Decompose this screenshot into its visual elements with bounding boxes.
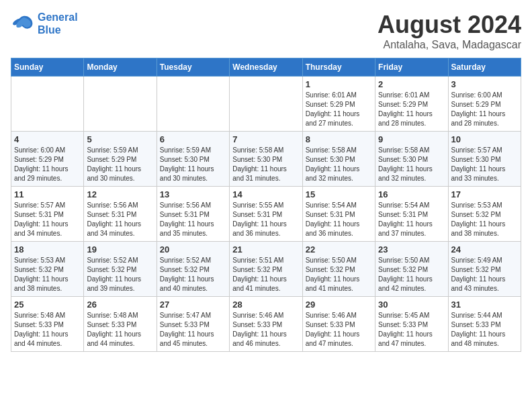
col-saturday: Saturday — [448, 58, 521, 77]
calendar-cell: 18Sunrise: 5:53 AMSunset: 5:32 PMDayligh… — [11, 242, 84, 297]
day-number: 6 — [160, 134, 226, 144]
calendar-week-row: 4Sunrise: 6:00 AMSunset: 5:29 PMDaylight… — [11, 132, 521, 187]
calendar-cell: 12Sunrise: 5:56 AMSunset: 5:31 PMDayligh… — [84, 187, 157, 242]
day-number: 10 — [451, 134, 518, 144]
day-info: Sunrise: 6:01 AMSunset: 5:29 PMDaylight:… — [306, 91, 372, 128]
day-number: 13 — [160, 189, 226, 199]
col-tuesday: Tuesday — [157, 58, 229, 77]
day-info: Sunrise: 6:01 AMSunset: 5:29 PMDaylight:… — [378, 91, 445, 128]
day-number: 8 — [306, 134, 372, 144]
day-info: Sunrise: 5:55 AMSunset: 5:31 PMDaylight:… — [232, 201, 299, 238]
day-number: 30 — [378, 300, 445, 310]
calendar-cell: 28Sunrise: 5:46 AMSunset: 5:33 PMDayligh… — [230, 297, 302, 352]
logo: General Blue — [11, 11, 78, 36]
calendar-cell: 13Sunrise: 5:56 AMSunset: 5:31 PMDayligh… — [157, 187, 229, 242]
day-info: Sunrise: 5:52 AMSunset: 5:32 PMDaylight:… — [87, 256, 153, 293]
calendar-cell: 25Sunrise: 5:48 AMSunset: 5:33 PMDayligh… — [11, 297, 84, 352]
day-number: 5 — [87, 134, 153, 144]
day-info: Sunrise: 5:46 AMSunset: 5:33 PMDaylight:… — [232, 311, 299, 349]
calendar-cell: 31Sunrise: 5:44 AMSunset: 5:33 PMDayligh… — [448, 297, 521, 352]
calendar-cell: 16Sunrise: 5:54 AMSunset: 5:31 PMDayligh… — [375, 187, 448, 242]
calendar-cell: 21Sunrise: 5:51 AMSunset: 5:32 PMDayligh… — [230, 242, 302, 297]
col-friday: Friday — [375, 58, 448, 77]
subtitle: Antalaha, Sava, Madagascar — [378, 39, 521, 51]
title-area: August 2024 Antalaha, Sava, Madagascar — [378, 11, 521, 51]
col-wednesday: Wednesday — [230, 58, 302, 77]
day-number: 3 — [451, 79, 518, 89]
calendar-cell — [157, 77, 229, 132]
calendar-cell: 23Sunrise: 5:50 AMSunset: 5:32 PMDayligh… — [375, 242, 448, 297]
day-number: 21 — [232, 244, 299, 255]
calendar-header-row: Sunday Monday Tuesday Wednesday Thursday… — [11, 58, 521, 77]
day-info: Sunrise: 5:54 AMSunset: 5:31 PMDaylight:… — [378, 201, 445, 238]
day-info: Sunrise: 5:53 AMSunset: 5:32 PMDaylight:… — [451, 201, 518, 238]
day-number: 12 — [87, 189, 153, 199]
day-info: Sunrise: 5:58 AMSunset: 5:30 PMDaylight:… — [232, 146, 299, 183]
day-info: Sunrise: 5:48 AMSunset: 5:33 PMDaylight:… — [14, 311, 81, 349]
day-number: 4 — [14, 134, 81, 144]
day-number: 17 — [451, 189, 518, 199]
calendar-cell: 20Sunrise: 5:52 AMSunset: 5:32 PMDayligh… — [157, 242, 229, 297]
day-number: 28 — [232, 300, 299, 310]
header: General Blue August 2024 Antalaha, Sava,… — [11, 11, 521, 51]
day-info: Sunrise: 5:49 AMSunset: 5:32 PMDaylight:… — [451, 256, 518, 293]
col-thursday: Thursday — [302, 58, 375, 77]
calendar-week-row: 1Sunrise: 6:01 AMSunset: 5:29 PMDaylight… — [11, 77, 521, 132]
day-info: Sunrise: 5:56 AMSunset: 5:31 PMDaylight:… — [160, 201, 226, 238]
calendar-cell: 22Sunrise: 5:50 AMSunset: 5:32 PMDayligh… — [302, 242, 375, 297]
calendar-cell: 3Sunrise: 6:00 AMSunset: 5:29 PMDaylight… — [448, 77, 521, 132]
calendar-cell: 9Sunrise: 5:58 AMSunset: 5:30 PMDaylight… — [375, 132, 448, 187]
day-number: 24 — [451, 244, 518, 255]
day-number: 19 — [87, 244, 153, 255]
day-number: 1 — [306, 79, 372, 89]
day-info: Sunrise: 5:59 AMSunset: 5:30 PMDaylight:… — [160, 146, 226, 183]
calendar-cell — [84, 77, 157, 132]
day-info: Sunrise: 5:48 AMSunset: 5:33 PMDaylight:… — [87, 311, 153, 349]
day-info: Sunrise: 5:58 AMSunset: 5:30 PMDaylight:… — [306, 146, 372, 183]
day-number: 27 — [160, 300, 226, 310]
calendar-cell: 4Sunrise: 6:00 AMSunset: 5:29 PMDaylight… — [11, 132, 84, 187]
day-info: Sunrise: 5:50 AMSunset: 5:32 PMDaylight:… — [378, 256, 445, 293]
day-number: 2 — [378, 79, 445, 89]
day-info: Sunrise: 5:57 AMSunset: 5:30 PMDaylight:… — [451, 146, 518, 183]
calendar-cell — [11, 77, 84, 132]
col-monday: Monday — [84, 58, 157, 77]
logo-icon — [11, 13, 35, 34]
day-number: 20 — [160, 244, 226, 255]
calendar-cell: 11Sunrise: 5:57 AMSunset: 5:31 PMDayligh… — [11, 187, 84, 242]
day-info: Sunrise: 5:44 AMSunset: 5:33 PMDaylight:… — [451, 311, 518, 349]
day-info: Sunrise: 6:00 AMSunset: 5:29 PMDaylight:… — [14, 146, 81, 183]
day-number: 16 — [378, 189, 445, 199]
calendar-week-row: 18Sunrise: 5:53 AMSunset: 5:32 PMDayligh… — [11, 242, 521, 297]
day-info: Sunrise: 5:52 AMSunset: 5:32 PMDaylight:… — [160, 256, 226, 293]
calendar-cell: 2Sunrise: 6:01 AMSunset: 5:29 PMDaylight… — [375, 77, 448, 132]
calendar-week-row: 11Sunrise: 5:57 AMSunset: 5:31 PMDayligh… — [11, 187, 521, 242]
day-info: Sunrise: 5:47 AMSunset: 5:33 PMDaylight:… — [160, 311, 226, 349]
day-number: 11 — [14, 189, 81, 199]
day-number: 18 — [14, 244, 81, 255]
calendar-cell: 8Sunrise: 5:58 AMSunset: 5:30 PMDaylight… — [302, 132, 375, 187]
day-info: Sunrise: 5:59 AMSunset: 5:29 PMDaylight:… — [87, 146, 153, 183]
calendar-cell — [230, 77, 302, 132]
calendar-cell: 5Sunrise: 5:59 AMSunset: 5:29 PMDaylight… — [84, 132, 157, 187]
calendar-cell: 26Sunrise: 5:48 AMSunset: 5:33 PMDayligh… — [84, 297, 157, 352]
day-info: Sunrise: 5:51 AMSunset: 5:32 PMDaylight:… — [232, 256, 299, 293]
day-info: Sunrise: 5:56 AMSunset: 5:31 PMDaylight:… — [87, 201, 153, 238]
day-info: Sunrise: 5:46 AMSunset: 5:33 PMDaylight:… — [306, 311, 372, 349]
day-number: 29 — [306, 300, 372, 310]
calendar-cell: 29Sunrise: 5:46 AMSunset: 5:33 PMDayligh… — [302, 297, 375, 352]
calendar-cell: 6Sunrise: 5:59 AMSunset: 5:30 PMDaylight… — [157, 132, 229, 187]
day-number: 22 — [306, 244, 372, 255]
calendar-cell: 14Sunrise: 5:55 AMSunset: 5:31 PMDayligh… — [230, 187, 302, 242]
main-title: August 2024 — [378, 11, 521, 39]
day-number: 7 — [232, 134, 299, 144]
calendar-cell: 17Sunrise: 5:53 AMSunset: 5:32 PMDayligh… — [448, 187, 521, 242]
day-info: Sunrise: 5:54 AMSunset: 5:31 PMDaylight:… — [306, 201, 372, 238]
calendar-cell: 10Sunrise: 5:57 AMSunset: 5:30 PMDayligh… — [448, 132, 521, 187]
day-info: Sunrise: 5:45 AMSunset: 5:33 PMDaylight:… — [378, 311, 445, 349]
day-number: 31 — [451, 300, 518, 310]
calendar-cell: 27Sunrise: 5:47 AMSunset: 5:33 PMDayligh… — [157, 297, 229, 352]
calendar-table: Sunday Monday Tuesday Wednesday Thursday… — [11, 58, 521, 352]
day-info: Sunrise: 6:00 AMSunset: 5:29 PMDaylight:… — [451, 91, 518, 128]
calendar-cell: 7Sunrise: 5:58 AMSunset: 5:30 PMDaylight… — [230, 132, 302, 187]
